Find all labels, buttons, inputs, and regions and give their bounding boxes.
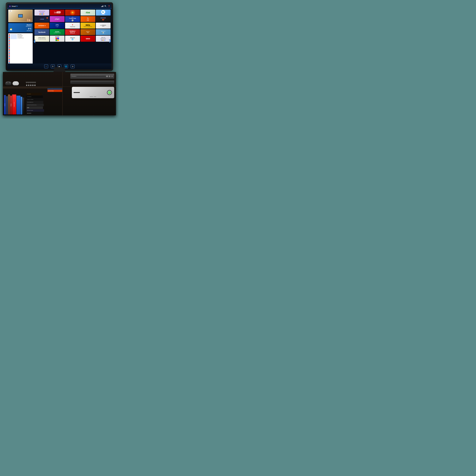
todas-icons — [101, 40, 106, 41]
wordsearch-logo: WORD SEARCH — [38, 37, 46, 38]
apps-grid-wrapper: AplicacionesFavoritas — [34, 9, 112, 69]
rtve-logo-text: rtve — [86, 11, 90, 14]
angrybirds-icon: 😠 — [70, 10, 75, 15]
blog-widget: Descubrelas NovedadesTecnológicasen nues… — [8, 33, 33, 68]
tv-outer: SmartTV 🔍 ❓ — [6, 2, 113, 71]
help-icon[interactable]: ❓ — [108, 5, 110, 7]
laprensa-subtitle: NEWS — [100, 26, 106, 27]
app-tile-googlemaps[interactable]: 📍 Google maps — [65, 23, 80, 29]
blog-stripes-decoration — [9, 34, 10, 68]
signal-bar-2 — [102, 6, 102, 7]
book-dark1 — [22, 98, 24, 115]
dvd-button-2 — [109, 75, 110, 77]
hbook-looking: LOOKING AT COMMON — [26, 98, 44, 101]
books-section: Storyboard SixSteps colorindex BAUHAUS F… — [3, 88, 63, 115]
bubbleballs-content: BUBBLEBALLS — [70, 31, 75, 34]
wordsearch-grid: P C I M A N Y D K EL X Q B E A R C H M — [38, 38, 46, 40]
app-tile-football[interactable]: THE Football App ⚽ — [65, 16, 80, 22]
app-tile-todas[interactable]: Todas lasaplicaciones — [96, 36, 111, 42]
controller-white-stick-left — [14, 82, 15, 83]
app-tile-vevo[interactable]: vevo — [81, 36, 95, 42]
cradle-ball-3 — [30, 85, 32, 86]
hbook-uncommon: THE UNCOMMON LIFE — [26, 101, 43, 103]
eurosport-com: .com — [55, 26, 59, 27]
tv-unit-leg-left — [6, 115, 8, 115]
app-tile-tunein[interactable]: tunein THE WORLD'S RADIO — [50, 29, 65, 35]
cradle-ball-1 — [26, 85, 27, 86]
weather-info: 6°C 14:33:11 — [27, 28, 32, 31]
app-tile-youtube[interactable]: YouTube Broadcast Yourself™ — [50, 10, 65, 16]
add-button[interactable]: ⊕ — [71, 64, 75, 68]
app-tile-clan[interactable]: clan — [50, 16, 65, 22]
scene: SmartTV 🔍 ❓ — [2, 2, 117, 117]
deezer-content: DEEZER — [101, 17, 106, 21]
book-storyboard: Storyboard — [4, 95, 6, 115]
app-tile-imdb[interactable]: IMDb MOVIES TV CELEBRITIES — [81, 23, 95, 29]
cradle-string-3 — [31, 83, 31, 85]
app-tile-facebook[interactable]: facebook — [34, 29, 49, 35]
controller-stick-right — [9, 82, 10, 83]
dvd-player: Pioneer — [70, 74, 114, 79]
home-button[interactable]: ⌂ — [44, 64, 48, 68]
clan-logo: clan — [55, 18, 60, 20]
imdb-subtitle: MOVIES TV CELEBRITIES — [84, 26, 92, 27]
settings-button[interactable]: ⚙ — [51, 64, 55, 68]
app-tile-deezer[interactable]: DEEZER — [96, 16, 111, 22]
signal-icon — [101, 5, 103, 7]
googlemaps-label: Google maps — [70, 26, 75, 27]
football-app-label-top: THE — [69, 17, 76, 18]
football-app-name: Football App — [69, 18, 76, 19]
globe-button[interactable]: 🌐 — [64, 64, 68, 68]
app-tile-eurosport[interactable]: EUROSPORT .com — [50, 23, 65, 29]
bubbleballs-logo: BUBBLEBALLS — [70, 31, 75, 34]
app-tile-pocoyo[interactable]: 🐦 POCOYO — [96, 10, 111, 16]
tiempoes-logo: tiempo.es — [101, 31, 105, 32]
app-tile-angrybirds[interactable]: 😠 — [65, 10, 80, 16]
xbox-disc-slot — [74, 92, 80, 93]
youtube-logo-text: YouTube — [54, 11, 61, 13]
laprensa-logo: LA PRENSA — [100, 25, 106, 26]
football-content: THE Football App ⚽ — [69, 17, 76, 21]
blog-text: Descubrelas NovedadesTecnológicasen nues… — [17, 34, 24, 68]
tv-left-panel: NPG — [7, 9, 34, 69]
xbox-console: XBOX 360 — [72, 87, 114, 98]
controller-dark — [5, 81, 11, 85]
app-tile-fruitninja[interactable]: 🍉 FruitNinja — [81, 16, 95, 22]
app-tile-parchis[interactable]: parchis — [50, 36, 65, 42]
antena3-logo: ANTENA 3 — [38, 25, 46, 27]
search-icon[interactable]: 🔍 — [104, 5, 107, 7]
deezer-bars — [101, 19, 106, 21]
cradle-string-1 — [27, 83, 27, 85]
book-architectural — [6, 96, 8, 115]
app-icons-row — [39, 14, 45, 15]
tunein-content: tunein THE WORLD'S RADIO — [53, 31, 61, 33]
signal-bar-1 — [101, 6, 102, 7]
app-tile-mitele[interactable]: ●mitele — [34, 16, 49, 22]
book-colorindex2 — [17, 96, 20, 115]
eurosport-content: EUROSPORT .com — [55, 24, 59, 27]
cartoontube-content: CartoonTube — [86, 31, 90, 33]
tv-header: SmartTV 🔍 ❓ — [7, 4, 112, 9]
app-tile-antena3[interactable]: ANTENA 3 — [34, 23, 49, 29]
nav-arrow-left[interactable]: ❮ — [33, 39, 36, 43]
npg-badge: NPG — [9, 10, 12, 12]
cradle-balls — [26, 83, 36, 85]
nav-arrow-right[interactable]: ❯ — [109, 39, 111, 43]
app-tile-cartoontube[interactable]: CartoonTube — [81, 29, 95, 35]
app-tile-wordsearch[interactable]: WORD SEARCH P C I M A N Y D K EL X Q B E… — [34, 36, 49, 42]
cartoontube-logo: CartoonTube — [86, 31, 90, 33]
controller-group — [5, 81, 19, 85]
featured-image: NPG — [8, 10, 33, 22]
football-icon: ⚽ — [69, 19, 76, 21]
tv-thumbnail — [18, 14, 23, 17]
fruitninja-name: FruitNinja — [87, 19, 89, 21]
app-tile-aplicaciones[interactable]: AplicacionesFavoritas — [34, 10, 49, 16]
app-tile-tiempoes[interactable]: tiempo.es ⛅ — [96, 29, 111, 35]
hbook-construction: CONSTRUCTION ARCHITECTURAL — [26, 104, 44, 106]
app-tile-wikipedia[interactable]: Wikipedia 🌐 — [65, 36, 80, 42]
app-tile-rtve[interactable]: rtve — [81, 10, 95, 16]
weather-widget: Madrid 05/04/2013 6°C — [8, 23, 33, 32]
app-tile-laprensa[interactable]: LA PRENSA NEWS — [96, 23, 111, 29]
hbook-bauhaus: BAUHAUS — [26, 112, 44, 115]
app-tile-bubbleballs[interactable]: BUBBLEBALLS — [65, 29, 80, 35]
